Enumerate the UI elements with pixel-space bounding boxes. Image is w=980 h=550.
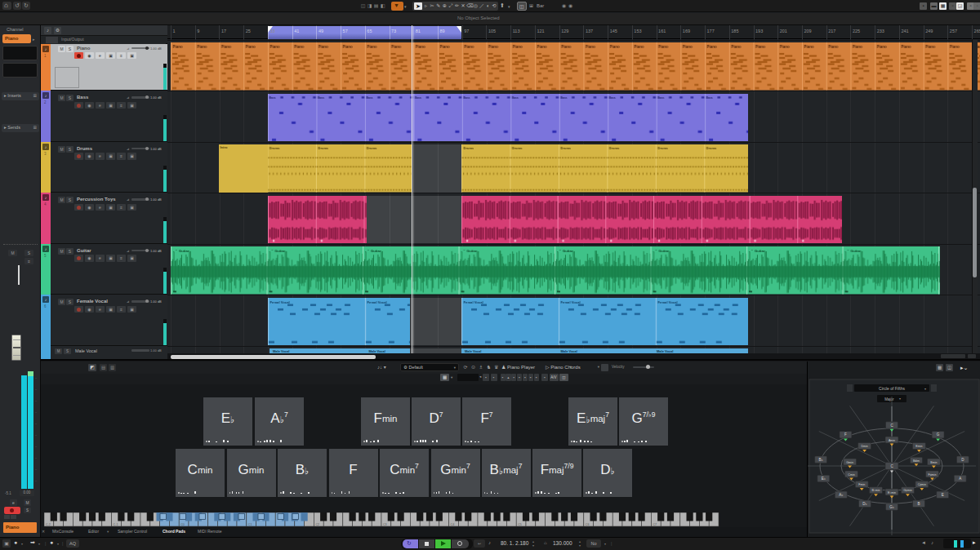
svg-text:C2: C2	[315, 523, 319, 526]
svg-text:G♭: G♭	[889, 505, 894, 509]
svg-text:G: G	[937, 432, 940, 437]
svg-text:C4: C4	[451, 523, 455, 526]
svg-text:Dmin: Dmin	[861, 445, 867, 448]
svg-text:Circle of Fifths: Circle of Fifths	[879, 386, 905, 391]
svg-text:C♯min: C♯min	[918, 483, 926, 486]
svg-text:D♭: D♭	[862, 502, 866, 506]
svg-text:B♭min: B♭min	[872, 489, 880, 492]
svg-text:Amin: Amin	[889, 439, 895, 442]
svg-text:A: A	[959, 477, 961, 481]
svg-text:Bdim: Bdim	[913, 459, 920, 463]
svg-text:Cmin: Cmin	[848, 473, 854, 477]
svg-text:C5: C5	[518, 523, 522, 526]
svg-text:B♭: B♭	[819, 458, 823, 462]
svg-text:Fmin: Fmin	[858, 483, 865, 486]
svg-text:C6: C6	[586, 523, 590, 526]
svg-text:C3: C3	[383, 523, 387, 526]
svg-text:A♭: A♭	[839, 493, 843, 497]
svg-text:Bmin: Bmin	[930, 461, 937, 464]
svg-text:▾: ▾	[924, 387, 926, 391]
svg-text:C1: C1	[248, 523, 252, 526]
svg-text:B: B	[917, 502, 920, 506]
svg-text:Emin: Emin	[915, 445, 922, 448]
svg-text:Major: Major	[884, 397, 894, 401]
svg-text:E♭min: E♭min	[888, 491, 896, 495]
svg-text:E♭: E♭	[822, 477, 826, 481]
svg-text:C7: C7	[653, 523, 657, 526]
svg-text:C-2: C-2	[46, 523, 51, 526]
svg-text:C-1: C-1	[114, 523, 118, 526]
svg-text:Gmin: Gmin	[846, 461, 853, 464]
svg-text:E: E	[942, 493, 944, 497]
svg-text:F♯min: F♯min	[929, 473, 937, 477]
svg-text:C0: C0	[180, 523, 185, 526]
svg-text:G♯min: G♯min	[903, 489, 911, 492]
svg-text:▾: ▾	[899, 397, 901, 401]
svg-text:F: F	[844, 432, 847, 437]
